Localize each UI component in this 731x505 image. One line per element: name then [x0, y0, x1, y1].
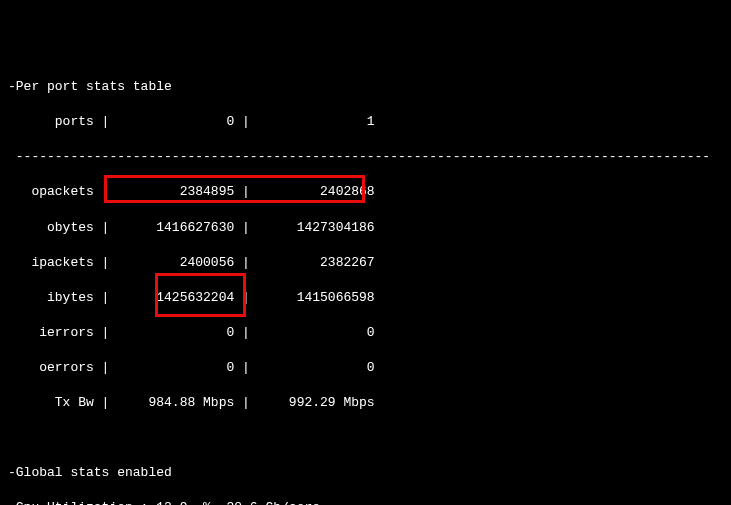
row-opackets: opackets | 2384895 | 2402868 [8, 184, 375, 199]
row-oerrors: oerrors | 0 | 0 [8, 360, 375, 375]
section-title-per-port: -Per port stats table [8, 79, 172, 94]
row-ipackets: ipackets | 2400056 | 2382267 [8, 255, 375, 270]
row-obytes: obytes | 1416627630 | 1427304186 [8, 220, 375, 235]
row-txbw: Tx Bw | 984.88 Mbps | 992.29 Mbps [8, 395, 375, 410]
row-ierrors: ierrors | 0 | 0 [8, 325, 375, 340]
row-ibytes: ibytes | 1425632204 | 1415066598 [8, 290, 375, 305]
row-cpu-utilization: Cpu Utilization : 12.9 % 30.6 Gb/core [8, 500, 320, 505]
divider-top: ----------------------------------------… [8, 149, 710, 164]
section-title-global: -Global stats enabled [8, 465, 172, 480]
ports-header-row: ports | 0 | 1 [8, 114, 375, 129]
